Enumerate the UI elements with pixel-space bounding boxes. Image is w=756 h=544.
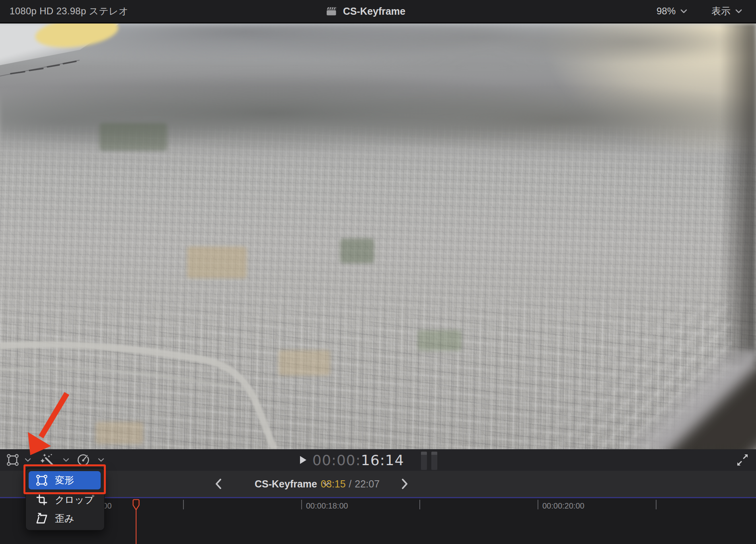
- ruler-tick: [656, 500, 657, 509]
- fullscreen-arrows-icon: [735, 452, 750, 468]
- timeline-top-border: [0, 497, 756, 498]
- viewer-top-bar: 1080p HD 23.98p ステレオ CS-Keyframe 98% 表示: [0, 0, 756, 22]
- next-project-button[interactable]: [401, 471, 408, 497]
- view-options-dropdown[interactable]: 表示: [711, 0, 742, 22]
- format-label: 1080p HD 23.98p ステレオ: [10, 0, 129, 22]
- timeline-header: CS-Keyframe 03:15 / 22:07: [0, 471, 756, 497]
- zoom-level-value: 98%: [657, 6, 676, 17]
- audio-meter-left: [421, 452, 427, 470]
- river: [0, 286, 358, 449]
- audio-meter-right: [431, 452, 437, 470]
- project-title: CS-Keyframe: [343, 6, 405, 17]
- timeline-project-name: CS-Keyframe: [255, 478, 317, 490]
- chevron-left-icon: [215, 478, 222, 489]
- view-label: 表示: [711, 5, 731, 18]
- chevron-down-icon: [680, 9, 687, 14]
- transform-icon: [6, 454, 19, 466]
- green-field-patch: [418, 330, 462, 351]
- fullscreen-button[interactable]: [735, 449, 750, 471]
- total-time: 22:07: [355, 478, 380, 490]
- playhead-line: [136, 509, 136, 544]
- play-button[interactable]: [300, 456, 307, 464]
- distort-icon: [36, 513, 48, 524]
- timecode-display[interactable]: 00:00:16:14: [312, 452, 404, 468]
- green-hill-patch: [99, 123, 167, 151]
- menu-item-label: クロップ: [55, 493, 94, 506]
- transform-tool-button[interactable]: [6, 449, 19, 471]
- menu-item-distort[interactable]: 歪み: [29, 509, 101, 528]
- playhead[interactable]: [132, 498, 140, 544]
- aerial-city-photo: [0, 23, 756, 449]
- time-separator: /: [349, 478, 352, 490]
- elapsed-time: 03:15: [321, 478, 346, 490]
- timecode-prefix: 00:00:: [312, 452, 361, 468]
- viewer-canvas[interactable]: [0, 22, 756, 449]
- annotation-highlight-box: [23, 464, 106, 494]
- green-park-patch: [340, 239, 374, 263]
- viewer-toolbar: 00:00:16:14: [0, 449, 756, 471]
- crop-icon: [36, 494, 48, 506]
- chevron-down-icon: [735, 9, 742, 14]
- tan-field-patch: [187, 247, 247, 278]
- chevron-right-icon: [401, 478, 408, 489]
- ruler-label: 00:00:18:00: [306, 501, 348, 511]
- timeline-ruler[interactable]: 00:00:16:0000:00:18:0000:00:20:00: [0, 498, 756, 544]
- ruler-tick: [183, 500, 184, 509]
- ruler-tick: [538, 500, 538, 509]
- ruler-label: 00:00:20:00: [542, 501, 585, 511]
- zoom-level-dropdown[interactable]: 98%: [657, 0, 687, 22]
- timeline-project-dropdown[interactable]: CS-Keyframe: [255, 471, 329, 497]
- previous-project-button[interactable]: [215, 471, 222, 497]
- wing-static-wicks: [0, 55, 103, 83]
- menu-item-label: 歪み: [55, 512, 74, 525]
- ruler-tick: [419, 500, 420, 509]
- timeline-time-display: 03:15 / 22:07: [321, 471, 380, 497]
- ruler-tick: [301, 500, 302, 509]
- timecode-current: 16:14: [361, 452, 404, 468]
- clapperboard-icon: [325, 6, 337, 16]
